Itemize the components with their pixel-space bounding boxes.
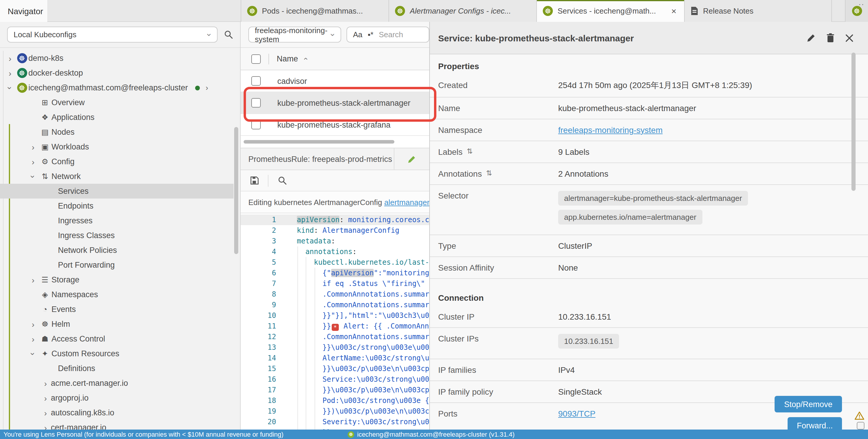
code-line-17[interactable]: 17 }}\u003c/p\u003e\n\u003cp\u003	[241, 385, 429, 395]
tab-services-icecheng-math[interactable]: ☸Services - icecheng@math...×	[536, 0, 684, 22]
horizontal-scrollbar[interactable]	[244, 140, 394, 143]
code-line-3[interactable]: 3metadata:	[241, 236, 429, 246]
code-line-5[interactable]: 5 kubectl.kubernetes.io/last-appli	[241, 257, 429, 268]
sidebar-item-events[interactable]: ◔Events	[28, 302, 240, 317]
code-line-10[interactable]: 10 }}"}],"html":"\u003ch3\u003e\u	[241, 310, 429, 321]
code-line-7[interactable]: 7 if eq .Status \"firing\" }}*	[241, 278, 429, 289]
code-line-16[interactable]: 16 Service:\u003c/strong\u003e {	[241, 374, 429, 385]
code-line-4[interactable]: 4 annotations:	[241, 246, 429, 257]
code-line-14[interactable]: 14 AlertName:\u003c/strong\u003e	[241, 353, 429, 363]
dock-tab-prometheusrule[interactable]: PrometheusRule: freepeals-prod-metrics	[241, 148, 429, 170]
edit-pencil-icon[interactable]	[394, 155, 429, 163]
yaml-editor[interactable]: 1apiVersion: monitoring.coreos.com/v12ki…	[241, 213, 429, 439]
code-line-8[interactable]: 8 .CommonAnnotations.summary }}	[241, 289, 429, 300]
sidebar-item-config[interactable]: ›⚙Config	[28, 154, 240, 169]
chevron-collapsed-icon[interactable]: ›	[28, 334, 38, 344]
sidebar-item-access-control[interactable]: ›☗Access Control	[28, 332, 240, 346]
chevron-collapsed-icon[interactable]: ›	[40, 423, 51, 430]
namespace-select[interactable]: freeleaps-monitoring-system ›	[248, 27, 341, 42]
delete-trash-icon[interactable]	[826, 33, 835, 42]
code-line-12[interactable]: 12 .CommonAnnotations.summary }}	[241, 332, 429, 342]
navigator-tab[interactable]: Navigator	[0, 0, 47, 22]
notification-box-icon[interactable]	[857, 422, 864, 430]
sidebar-item-endpoints[interactable]: Endpoints	[58, 199, 240, 213]
sidebar-item-services[interactable]: Services	[0, 184, 234, 199]
sidebar-item-nodes[interactable]: ▤Nodes	[28, 125, 240, 139]
search-icon[interactable]	[224, 30, 233, 39]
kubeconfig-select[interactable]: Local Kubeconfigs ›	[7, 27, 218, 42]
edit-pencil-icon[interactable]	[407, 155, 416, 163]
chevron-collapsed-icon[interactable]: ›	[5, 54, 16, 63]
chevron-right-icon[interactable]: ›	[206, 83, 209, 92]
code-line-2[interactable]: 2kind: AlertmanagerConfig	[241, 225, 429, 236]
tab-pods-icecheng-mathmas[interactable]: ☸Pods - icecheng@mathmas...	[241, 0, 389, 22]
search-input[interactable]: Aa ▪* Search	[346, 27, 429, 42]
panel-scrollbar[interactable]	[851, 53, 856, 191]
sidebar-item-storage[interactable]: ›☰Storage	[28, 272, 240, 287]
cluster-status[interactable]: ☸ icecheng@mathmast.com@freeleaps-cluste…	[348, 431, 515, 438]
namespace-link[interactable]: freeleaps-monitoring-system	[558, 125, 662, 135]
select-all-checkbox[interactable]	[251, 54, 261, 64]
sidebar-item-demo-k8s[interactable]: ›☸demo-k8s	[5, 51, 240, 66]
table-row-cadvisor[interactable]: cadvisor	[241, 70, 429, 92]
save-icon[interactable]	[250, 176, 259, 185]
sidebar-item-icecheng-mathmast-com-freeleaps-cluster[interactable]: ›☸icecheng@mathmast.com@freeleaps-cluste…	[5, 80, 240, 95]
sidebar-item-definitions[interactable]: Definitions	[58, 361, 240, 376]
code-line-1[interactable]: 1apiVersion: monitoring.coreos.com/v1	[241, 214, 429, 225]
edit-pencil-icon[interactable]	[807, 33, 816, 42]
sidebar-item-network-policies[interactable]: Network Policies	[58, 243, 240, 258]
chevron-collapsed-icon[interactable]: ›	[40, 408, 51, 417]
tab-alertmanager-configs-icec[interactable]: ☸Alertmanager Configs - icec...	[389, 0, 536, 22]
sort-asc-icon[interactable]: ›	[301, 58, 310, 60]
sidebar-item-applications[interactable]: ❖Applications	[28, 110, 240, 125]
sidebar-item-acme-cert-manager-io[interactable]: ›acme.cert-manager.io	[40, 376, 240, 391]
code-line-20[interactable]: 20 Severity:\u003c/strong\u003e	[241, 416, 429, 427]
chevron-collapsed-icon[interactable]: ›	[40, 393, 51, 403]
code-line-11[interactable]: 11 }}* Alert: {{ .CommonAnnotati	[241, 321, 429, 332]
row-checkbox[interactable]	[251, 76, 261, 86]
sidebar-item-ingresses[interactable]: Ingresses	[58, 213, 240, 228]
sidebar-item-argoproj-io[interactable]: ›argoproj.io	[40, 391, 240, 405]
chevron-collapsed-icon[interactable]: ›	[28, 275, 38, 284]
chevron-collapsed-icon[interactable]: ›	[28, 142, 38, 151]
chevron-expanded-icon[interactable]: ›	[5, 82, 15, 93]
match-case-toggle[interactable]: Aa	[353, 30, 363, 39]
chevron-expanded-icon[interactable]: ›	[28, 171, 38, 182]
sidebar-item-ingress-classes[interactable]: Ingress Classes	[58, 228, 240, 243]
sidebar-item-helm[interactable]: ›☸Helm	[28, 317, 240, 332]
sidebar-item-overview[interactable]: ⊞Overview	[28, 95, 240, 110]
stop-remove-button[interactable]: Stop/Remove	[775, 396, 842, 412]
name-column-header[interactable]: Name	[277, 54, 298, 63]
chevron-collapsed-icon[interactable]: ›	[40, 378, 51, 388]
code-line-9[interactable]: 9 .CommonAnnotations.summary }}	[241, 300, 429, 310]
warning-triangle-icon[interactable]	[855, 411, 864, 420]
sidebar-item-namespaces[interactable]: ◈Namespaces	[28, 287, 240, 302]
row-checkbox[interactable]	[251, 120, 261, 129]
close-tab-icon[interactable]: ×	[669, 6, 678, 16]
sidebar-item-custom-resources[interactable]: ›✦Custom Resources	[28, 346, 240, 361]
port-link-9093-tcp[interactable]: 9093/TCP	[558, 409, 595, 418]
regex-toggle[interactable]: ▪*	[368, 30, 373, 39]
sort-toggle-icon[interactable]: ⇅	[467, 147, 473, 156]
chevron-expanded-icon[interactable]: ›	[28, 348, 38, 359]
chevron-collapsed-icon[interactable]: ›	[28, 319, 38, 329]
sort-toggle-icon[interactable]: ⇅	[486, 169, 492, 177]
sidebar-scrollbar[interactable]	[234, 127, 238, 254]
close-icon[interactable]	[845, 33, 854, 42]
code-line-19[interactable]: 19 }})\u003c/p\u003e\n\u003cp\u00	[241, 406, 429, 416]
sidebar-item-cert-manager-io[interactable]: ›cert-manager.io	[40, 420, 240, 430]
table-row-kube-prometheus-stack-prometheus[interactable]: kube-prometheus-stack-prometheus	[241, 136, 429, 139]
table-row-kube-prometheus-stack-alertmanager[interactable]: kube-prometheus-stack-alertmanager	[241, 92, 429, 114]
code-line-15[interactable]: 15 }}\u003c/p\u003e\n\u003cp\u003	[241, 363, 429, 374]
code-line-13[interactable]: 13 }}\u003c/strong\u003e\u003c/h3	[241, 342, 429, 353]
sidebar-item-docker-desktop[interactable]: ›☸docker-desktop	[5, 66, 240, 80]
chevron-collapsed-icon[interactable]: ›	[28, 157, 38, 166]
sidebar-item-workloads[interactable]: ›▣Workloads	[28, 139, 240, 154]
code-line-6[interactable]: 6 {"apiVersion":"monitoring.core	[241, 268, 429, 278]
code-line-18[interactable]: 18 Pod:\u003c/strong\u003e {{ .Co	[241, 395, 429, 406]
table-row-kube-prometheus-stack-grafana[interactable]: kube-prometheus-stack-grafana	[241, 114, 429, 136]
search-icon[interactable]	[278, 176, 287, 185]
sidebar-item-port-forwarding[interactable]: Port Forwarding	[58, 258, 240, 272]
sidebar-item-network[interactable]: ›⇅Network	[28, 169, 240, 184]
row-checkbox[interactable]	[251, 98, 261, 107]
